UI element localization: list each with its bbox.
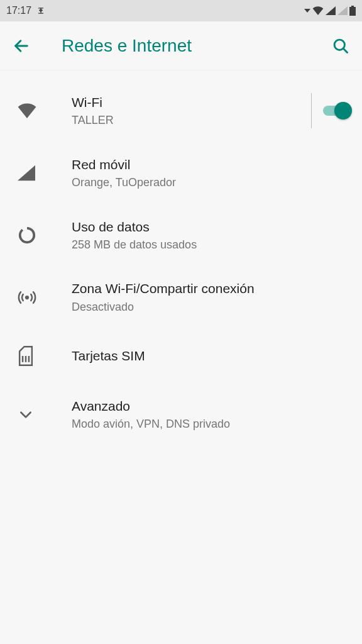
hotspot-subtitle: Desactivado	[72, 300, 351, 314]
setting-item-sim-cards[interactable]: Tarjetas SIM	[0, 328, 362, 384]
expand-icon	[18, 406, 45, 423]
signal-2-icon	[337, 6, 348, 15]
wifi-subtitle: TALLER	[72, 113, 301, 128]
wifi-icon	[18, 103, 45, 118]
mobile-title: Red móvil	[72, 156, 351, 173]
divider	[311, 93, 312, 128]
upload-icon	[36, 6, 45, 15]
setting-item-advanced[interactable]: Avanzado Modo avión, VPN, DNS privado	[0, 384, 362, 446]
svg-point-6	[25, 296, 29, 299]
signal-1-icon	[326, 6, 336, 15]
data-usage-icon	[18, 226, 45, 245]
chevron-down-icon	[18, 406, 34, 423]
mobile-subtitle: Orange, TuOperador	[72, 175, 351, 190]
search-icon	[332, 37, 349, 55]
hotspot-icon	[18, 288, 45, 307]
setting-item-data-usage[interactable]: Uso de datos 258 MB de datos usados	[0, 204, 362, 267]
status-time: 17:17	[6, 5, 31, 16]
sim-card-icon	[18, 346, 45, 366]
wifi-title: Wi-Fi	[72, 94, 301, 111]
data-usage-subtitle: 258 MB de datos usados	[72, 238, 351, 252]
svg-rect-0	[351, 6, 354, 7]
wifi-status-icon	[312, 6, 324, 15]
sim-title: Tarjetas SIM	[72, 347, 351, 364]
search-button[interactable]	[332, 37, 349, 55]
cellular-icon	[18, 165, 45, 181]
arrow-left-icon	[13, 37, 30, 55]
dropdown-indicator-icon	[304, 8, 310, 14]
setting-item-hotspot[interactable]: Zona Wi-Fi/Compartir conexión Desactivad…	[0, 266, 362, 328]
app-bar: Redes e Internet	[0, 21, 362, 70]
status-bar: 17:17	[0, 0, 362, 21]
battery-icon	[349, 6, 356, 16]
advanced-title: Avanzado	[72, 397, 351, 414]
data-usage-title: Uso de datos	[72, 218, 351, 235]
hotspot-title: Zona Wi-Fi/Compartir conexión	[72, 280, 351, 297]
back-button[interactable]	[13, 37, 38, 55]
settings-list: Wi-Fi TALLER Red móvil Orange, TuOperado…	[0, 70, 362, 446]
svg-point-5	[20, 228, 35, 243]
svg-rect-1	[349, 7, 356, 16]
setting-item-wifi[interactable]: Wi-Fi TALLER	[0, 79, 362, 142]
wifi-toggle[interactable]	[323, 102, 351, 119]
advanced-subtitle: Modo avión, VPN, DNS privado	[72, 417, 351, 431]
svg-line-4	[343, 48, 347, 52]
page-title: Redes e Internet	[62, 36, 192, 56]
setting-item-mobile-network[interactable]: Red móvil Orange, TuOperador	[0, 142, 362, 204]
